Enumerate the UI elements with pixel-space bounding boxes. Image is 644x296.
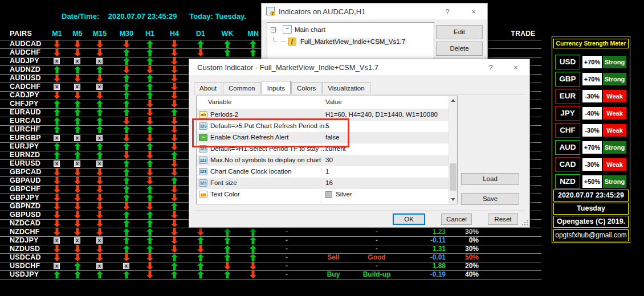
- tree-item-main-chart[interactable]: Main chart: [295, 26, 325, 33]
- tab-inputs[interactable]: Inputs: [262, 81, 291, 94]
- delete-button[interactable]: Delete: [436, 42, 483, 56]
- pair-label: EURCAD: [10, 117, 41, 125]
- check-icon: x: [54, 135, 60, 141]
- up-arrow-icon: [54, 66, 60, 73]
- custom-indicator-title: Custom Indicator - Full_MarketView_Indie…: [197, 63, 378, 72]
- custom-indicator-titlebar[interactable]: Custom Indicator - Full_MarketView_Indie…: [189, 59, 529, 75]
- down-arrow-icon: [171, 40, 178, 48]
- tab-common[interactable]: Common: [223, 82, 261, 94]
- status-cell: -: [376, 228, 378, 236]
- up-arrow-icon: [224, 271, 231, 278]
- value-cell: 1.88: [406, 262, 446, 270]
- down-arrow-icon: [146, 109, 153, 116]
- pct-cell: 50%: [445, 253, 479, 262]
- tab-about[interactable]: About: [194, 82, 222, 94]
- down-arrow-icon: [96, 194, 103, 202]
- scroll-up-icon[interactable]: [451, 99, 455, 102]
- pair-label: NZDJPY: [10, 236, 39, 244]
- down-arrow-icon: [171, 143, 178, 150]
- currency-status-badge: Weak: [603, 124, 626, 137]
- down-arrow-icon: [146, 262, 153, 270]
- down-arrow-icon: [96, 40, 103, 48]
- down-arrow-icon: [54, 254, 60, 261]
- check-icon: x: [54, 58, 60, 64]
- tree-connector: [276, 30, 282, 30]
- cancel-button[interactable]: Cancel: [441, 213, 472, 225]
- up-arrow-icon: [197, 254, 204, 261]
- custom-indicator-dialog: Custom Indicator - Full_MarketView_Indie…: [189, 59, 530, 228]
- resize-grip[interactable]: [522, 220, 528, 225]
- ok-button[interactable]: OK: [393, 213, 425, 225]
- up-arrow-icon: [224, 40, 231, 48]
- pair-label: EURJPY: [10, 142, 39, 150]
- variable-value: 16: [325, 179, 333, 186]
- down-arrow-icon: [146, 151, 153, 159]
- check-icon: x: [54, 161, 60, 167]
- down-arrow-icon: [123, 40, 130, 48]
- gap-cell: -: [286, 262, 288, 270]
- up-arrow-icon: [171, 271, 178, 278]
- up-arrow-icon: [54, 117, 60, 125]
- input-row-7[interactable]: 123Font size16: [197, 178, 449, 189]
- down-arrow-icon: [250, 271, 256, 278]
- load-button[interactable]: Load: [461, 173, 519, 185]
- value-cell: 1.23: [406, 228, 446, 236]
- down-arrow-icon: [74, 211, 81, 219]
- up-arrow-icon: [146, 75, 153, 82]
- input-row-5[interactable]: 123Max.No of symbols to display on chart…: [197, 155, 449, 166]
- reset-button[interactable]: Reset: [488, 213, 518, 225]
- up-arrow-icon: [123, 228, 130, 236]
- collapse-icon[interactable]: −: [271, 27, 276, 32]
- down-arrow-icon: [74, 186, 81, 193]
- input-row-6[interactable]: 123Chart Candle Clock location1: [197, 166, 449, 178]
- edit-button[interactable]: Edit: [436, 25, 483, 39]
- close-icon[interactable]: ×: [467, 7, 480, 17]
- datetime-bar: Date/Time: 2020.07.07 23:45:29 Today: Tu…: [62, 12, 246, 20]
- down-arrow-icon: [171, 245, 178, 253]
- column-header-m1: M1: [52, 30, 62, 38]
- up-arrow-icon: [74, 151, 81, 159]
- down-arrow-icon: [171, 134, 178, 142]
- up-arrow-icon: [123, 83, 130, 91]
- check-icon: x: [74, 135, 80, 141]
- down-arrow-icon: [54, 75, 60, 82]
- help-icon[interactable]: ?: [484, 63, 498, 73]
- up-arrow-icon: [146, 211, 153, 219]
- pair-label: USDCHF: [10, 262, 40, 270]
- check-icon: x: [54, 84, 60, 90]
- indicator-tree-list: − ~ Main chart ƒ Full_MarketView_Indie+C…: [267, 22, 434, 63]
- indicators-dialog-titlebar[interactable]: f Indicators on AUDCAD,H1 ? ×: [262, 3, 487, 19]
- up-arrow-icon: [54, 126, 60, 133]
- down-arrow-icon: [171, 83, 178, 91]
- pair-label: GBPJPY: [10, 194, 39, 202]
- scrollbar-thumb[interactable]: [450, 163, 456, 191]
- save-button[interactable]: Save: [461, 193, 519, 205]
- pair-row-nzdusd: NZDUSD--1.3130%: [0, 245, 541, 254]
- up-arrow-icon: [224, 49, 231, 56]
- up-arrow-icon: [54, 271, 60, 278]
- close-icon[interactable]: ×: [509, 63, 523, 73]
- tab-visualization[interactable]: Visualization: [322, 82, 370, 94]
- tab-colors[interactable]: Colors: [291, 82, 321, 94]
- pair-row-usdcad: USDCAD-SellGood-0.0150%: [0, 253, 541, 262]
- check-icon: x: [123, 263, 129, 269]
- input-row-8[interactable]: Text ColorSilver: [197, 189, 449, 200]
- pair-label: CADCHF: [10, 83, 40, 91]
- currency-strength-meter-panel: Currency Strength Meter 2020.07.07 23:45…: [552, 36, 630, 243]
- down-arrow-icon: [171, 211, 178, 219]
- scrollbar[interactable]: [449, 96, 457, 204]
- up-arrow-icon: [96, 117, 103, 125]
- variable-value: 30: [325, 157, 333, 163]
- down-arrow-icon: [74, 254, 81, 261]
- help-icon[interactable]: ?: [441, 7, 454, 17]
- down-arrow-icon: [54, 228, 60, 236]
- down-arrow-icon: [96, 75, 103, 82]
- tree-item-indicator[interactable]: Full_MarketView_Indie+CSM_Vs1.7: [299, 38, 407, 45]
- scroll-down-icon[interactable]: [451, 198, 455, 201]
- pair-label: EURAUD: [10, 108, 41, 116]
- down-arrow-icon: [54, 245, 60, 253]
- check-icon: x: [74, 84, 80, 90]
- pair-label: AUDNZD: [10, 65, 40, 73]
- pct-cell: 20%: [445, 262, 479, 270]
- up-arrow-icon: [96, 151, 103, 159]
